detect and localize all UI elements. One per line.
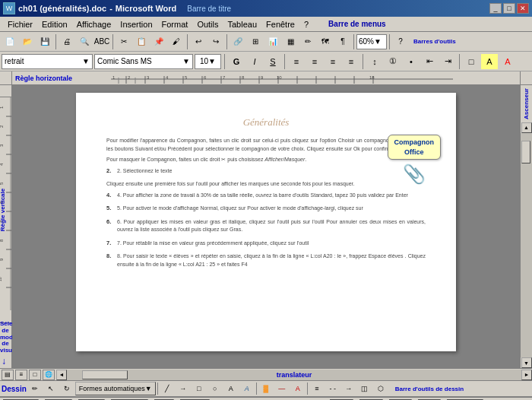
draw-select-button[interactable]: ↖ [43, 382, 59, 395]
style-value: retrait [5, 57, 24, 65]
minimize-button[interactable]: _ [489, 3, 502, 14]
bold-button[interactable]: G [228, 54, 245, 69]
menu-affichage[interactable]: Affichage [72, 18, 116, 30]
document-map-button[interactable]: 🗺 [317, 33, 334, 50]
dash-style-button[interactable]: - - [325, 382, 340, 395]
paste-button[interactable]: 📌 [150, 33, 167, 50]
document-page: Généralités Pour modifier l'apparence du… [76, 93, 456, 351]
draw-rotate-button[interactable]: ↻ [59, 382, 74, 395]
3d-button[interactable]: ⬡ [373, 382, 388, 395]
drawing-toggle-button[interactable]: ✏ [299, 33, 316, 50]
scroll-track [521, 133, 532, 357]
line-button[interactable]: ╱ [160, 382, 175, 395]
scroll-down-button[interactable]: ▼ [521, 357, 532, 368]
arrow-style-button[interactable]: → [341, 382, 356, 395]
format-toolbar: retrait ▼ Comic Sans MS ▼ 10 ▼ G I S ≡ ≡… [0, 52, 532, 71]
app-icon: W [3, 2, 15, 14]
h-scroll-thumb[interactable] [82, 370, 128, 379]
menu-bar: Fichier Edition Affichage Insertion Form… [0, 17, 532, 32]
oval-button[interactable]: ○ [207, 382, 223, 395]
menu-aide[interactable]: ? [299, 18, 313, 30]
wordart-button[interactable]: A [239, 382, 255, 395]
translateur-label: translateur [277, 371, 312, 379]
svg-text:10: 10 [277, 75, 282, 80]
open-button[interactable]: 📂 [19, 33, 36, 50]
line-style-button[interactable]: ≡ [309, 382, 325, 395]
new-button[interactable]: 📄 [2, 33, 18, 50]
rect-button[interactable]: □ [192, 382, 207, 395]
underline-button[interactable]: S [264, 54, 281, 69]
decrease-indent-button[interactable]: ⇤ [421, 54, 438, 69]
print-button[interactable]: 🖨 [59, 33, 75, 50]
font-dropdown[interactable]: Comic Sans MS ▼ [94, 54, 193, 69]
vertical-scrollbar[interactable]: Ascenseur ▲ ▼ [520, 85, 532, 368]
normal-view-button[interactable]: ▤ [2, 370, 14, 380]
border-button[interactable]: □ [463, 54, 480, 69]
bullets-button[interactable]: • [403, 54, 420, 69]
save-button[interactable]: 💾 [36, 33, 53, 50]
outline-view-button[interactable]: ≡ [15, 370, 27, 380]
shadow-button[interactable]: ◫ [357, 382, 372, 395]
format-painter-button[interactable]: 🖌 [168, 33, 185, 50]
draw-draw-button[interactable]: ✏ [27, 382, 43, 395]
h-scroll-track: translateur [67, 370, 521, 380]
ruler-horizontal: Règle horizontale 1 2 3 4 5 6 7 8 9 10 [12, 71, 520, 84]
numbering-button[interactable]: ① [385, 54, 401, 69]
undo-button[interactable]: ↩ [190, 33, 207, 50]
menu-insertion[interactable]: Insertion [116, 18, 157, 30]
print-preview-button[interactable]: 🔍 [76, 33, 93, 50]
maximize-button[interactable]: □ [503, 3, 515, 14]
italic-button[interactable]: I [246, 54, 263, 69]
copy-button[interactable]: 📋 [133, 33, 150, 50]
ruler-vertical-label: Règle verticale [0, 189, 6, 231]
web-view-button[interactable]: 🌐 [43, 370, 55, 380]
auto-shapes-button[interactable]: Formes automatiques ▼ [75, 382, 156, 395]
align-right-button[interactable]: ≡ [325, 54, 341, 69]
menu-edition[interactable]: Edition [37, 18, 72, 30]
font-color-draw-button[interactable]: A [290, 382, 306, 395]
align-left-button[interactable]: ≡ [288, 54, 305, 69]
table-button[interactable]: ⊞ [247, 33, 264, 50]
highlight-button[interactable]: A [481, 54, 498, 69]
window-title: ch01 (généralités).doc [18, 4, 106, 13]
font-size-value: 10 [200, 57, 208, 65]
excel-button[interactable]: 📊 [264, 33, 281, 50]
drawing-bar-label: Barre d'outils de dessin [395, 386, 464, 392]
menu-tableau[interactable]: Tableau [223, 18, 262, 30]
justify-button[interactable]: ≡ [343, 54, 359, 69]
scroll-left-button[interactable]: ◄ [56, 370, 67, 380]
redo-button[interactable]: ↪ [207, 33, 224, 50]
cut-button[interactable]: ✂ [116, 33, 132, 50]
doc-title: Généralités [106, 116, 426, 129]
textbox-button[interactable]: A [223, 382, 239, 395]
show-hide-button[interactable]: ¶ [334, 33, 351, 50]
help-button[interactable]: ? [392, 33, 409, 50]
close-button[interactable]: ✕ [517, 3, 529, 14]
spell-button[interactable]: ABC [93, 33, 110, 50]
font-color-button[interactable]: A [499, 54, 516, 69]
increase-indent-button[interactable]: ⇥ [439, 54, 456, 69]
zoom-dropdown[interactable]: 60% ▼ [356, 34, 387, 49]
menu-fenetre[interactable]: Fenêtre [261, 18, 299, 30]
fill-color-button[interactable]: ▓ [258, 382, 274, 395]
app-name-label: Microsoft Word [116, 4, 176, 13]
doc-paragraph-1: Pour modifier l'apparence du Compagnon, … [106, 137, 426, 153]
columns-button[interactable]: ▦ [282, 33, 299, 50]
hyperlink-button[interactable]: 🔗 [230, 33, 246, 50]
menu-format[interactable]: Format [157, 18, 193, 30]
font-size-dropdown[interactable]: 10 ▼ [195, 54, 221, 69]
arrow-button[interactable]: → [176, 382, 191, 395]
menu-outils[interactable]: Outils [192, 18, 223, 30]
print-view-button[interactable]: □ [29, 370, 41, 380]
scroll-thumb[interactable] [521, 141, 530, 163]
style-dropdown[interactable]: retrait ▼ [2, 54, 93, 69]
zoom-value: 60% [359, 37, 374, 46]
scroll-right-button[interactable]: ► [521, 370, 532, 380]
align-center-button[interactable]: ≡ [306, 54, 323, 69]
line-color-button[interactable]: — [274, 382, 290, 395]
doc-paragraph-3: Cliquez ensuite une première fois sur l'… [106, 180, 426, 189]
scroll-up-button[interactable]: ▲ [521, 122, 532, 133]
line-spacing-button[interactable]: ↕ [366, 54, 383, 69]
menu-fichier[interactable]: Fichier [3, 18, 37, 30]
toolbars-annotation: Barres d'outils [413, 38, 456, 45]
